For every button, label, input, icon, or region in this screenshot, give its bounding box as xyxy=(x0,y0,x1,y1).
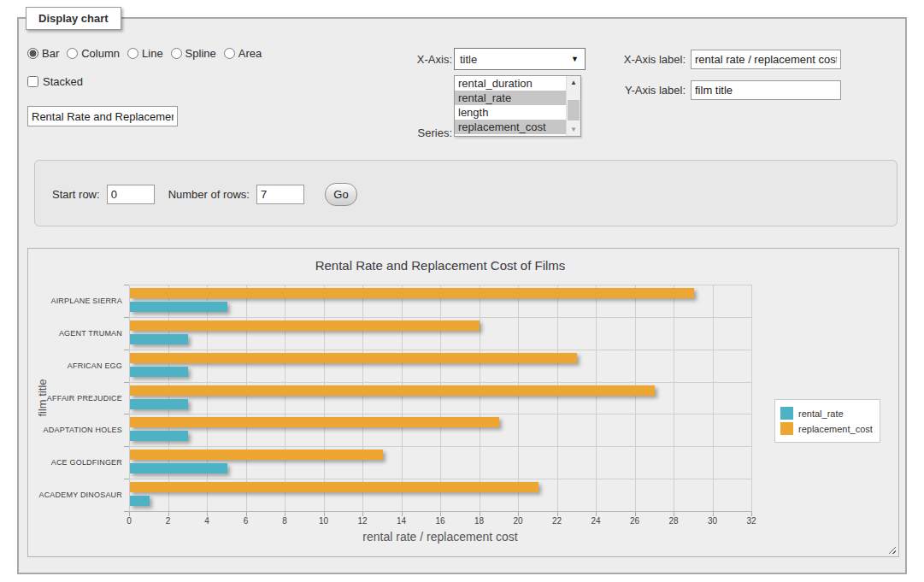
series-options: rental_durationrental_ratelengthreplacem… xyxy=(455,76,566,136)
legend-swatch-replacement_cost xyxy=(780,422,793,435)
series-option-length[interactable]: length xyxy=(455,105,566,120)
x-axis-label-label: X-Axis label: xyxy=(566,53,686,66)
x-tick-label: 30 xyxy=(700,516,726,526)
x-tick-label: 28 xyxy=(661,516,686,526)
bar-replacement_cost xyxy=(130,450,383,460)
x-gridline xyxy=(635,285,636,511)
x-gridline xyxy=(324,285,325,511)
x-axis-selected-value: title xyxy=(460,53,477,66)
x-gridline xyxy=(129,285,130,511)
x-tick-label: 12 xyxy=(350,516,375,526)
x-gridline xyxy=(674,285,674,511)
y-tick-mark xyxy=(124,479,129,479)
bar-replacement_cost xyxy=(130,385,655,396)
x-tick-label: 24 xyxy=(583,516,609,526)
x-gridline xyxy=(557,285,558,511)
y-tick-mark xyxy=(124,382,129,383)
x-tick-label: 32 xyxy=(739,516,764,526)
x-gridline xyxy=(480,285,480,511)
x-axis-title: rental rate / replacement cost xyxy=(129,530,751,544)
x-gridline xyxy=(246,285,247,511)
x-gridline xyxy=(207,285,208,511)
x-gridline xyxy=(596,285,597,511)
radio-column[interactable] xyxy=(67,48,78,59)
x-axis-label-input[interactable] xyxy=(691,50,841,69)
radio-spline[interactable] xyxy=(171,48,182,59)
x-gridline xyxy=(402,285,403,511)
y-tick-mark xyxy=(124,285,129,285)
x-tick-label: 18 xyxy=(467,516,492,526)
rows-controls: Start row: Number of rows: Go xyxy=(52,183,357,206)
chart-type-options: BarColumnLineSplineArea xyxy=(27,47,262,60)
chart-type-option-column: Column xyxy=(67,47,120,60)
category-label: ACADEMY DINOSAUR xyxy=(28,491,122,499)
stacked-label: Stacked xyxy=(43,75,83,88)
rows-panel: Start row: Number of rows: Go xyxy=(34,160,898,226)
chart-type-option-line: Line xyxy=(127,47,163,60)
chart-title-input[interactable] xyxy=(27,106,178,126)
chart-legend: rental_ratereplacement_cost xyxy=(774,399,880,443)
series-listbox[interactable]: rental_durationrental_ratelengthreplacem… xyxy=(454,75,581,137)
series-option-rental_rate[interactable]: rental_rate xyxy=(455,91,566,105)
radio-label-line: Line xyxy=(142,47,163,60)
y-tick-mark xyxy=(124,350,129,350)
x-gridline xyxy=(440,285,441,511)
legend-swatch-rental_rate xyxy=(780,407,793,420)
y-gridline xyxy=(129,317,751,318)
y-gridline xyxy=(129,479,751,479)
x-tick-label: 0 xyxy=(116,516,142,526)
bar-replacement_cost xyxy=(130,288,694,298)
start-row-input[interactable] xyxy=(107,185,155,204)
legend-item-rental_rate: rental_rate xyxy=(780,407,873,420)
y-gridline xyxy=(129,414,751,414)
series-option-rental_duration[interactable]: rental_duration xyxy=(455,76,566,91)
y-tick-mark xyxy=(124,446,129,447)
radio-bar[interactable] xyxy=(27,48,38,59)
bar-replacement_cost xyxy=(130,320,480,331)
x-tick-label: 26 xyxy=(622,516,648,526)
stacked-checkbox[interactable] xyxy=(27,76,38,87)
y-tick-mark xyxy=(124,414,129,414)
radio-label-column: Column xyxy=(81,47,120,60)
chart-type-option-area: Area xyxy=(224,47,262,60)
bar-replacement_cost xyxy=(130,353,577,363)
y-axis-label-input[interactable] xyxy=(691,80,841,100)
bar-rental_rate xyxy=(130,431,188,441)
x-gridline xyxy=(518,285,519,511)
num-rows-label: Number of rows: xyxy=(168,188,250,201)
x-gridline xyxy=(362,285,363,511)
bar-rental_rate xyxy=(130,302,227,312)
resize-handle-icon[interactable] xyxy=(886,544,896,554)
y-gridline xyxy=(129,285,751,285)
x-tick-label: 14 xyxy=(389,516,415,526)
x-tick-label: 4 xyxy=(194,516,220,526)
bar-rental_rate xyxy=(130,399,188,409)
x-tick-label: 10 xyxy=(311,516,337,526)
panel-title: Display chart xyxy=(26,7,121,30)
x-tick-label: 2 xyxy=(156,516,181,526)
display-chart-panel: Display chart BarColumnLineSplineArea St… xyxy=(17,17,907,574)
radio-area[interactable] xyxy=(224,48,235,59)
chart-type-option-spline: Spline xyxy=(171,47,216,60)
bar-rental_rate xyxy=(130,334,188,344)
stacked-option: Stacked xyxy=(27,75,83,88)
scroll-down-icon[interactable]: ▼ xyxy=(567,123,580,136)
x-tick-label: 22 xyxy=(544,516,570,526)
x-gridline xyxy=(285,285,285,511)
y-gridline xyxy=(129,446,751,447)
bar-rental_rate xyxy=(130,463,227,473)
x-gridline xyxy=(713,285,714,511)
series-option-replacement_cost[interactable]: replacement_cost xyxy=(455,120,566,134)
x-tick-label: 6 xyxy=(233,516,259,526)
go-button[interactable]: Go xyxy=(325,183,357,206)
y-tick-mark xyxy=(124,511,129,512)
scrollbar-thumb[interactable] xyxy=(568,100,580,121)
num-rows-input[interactable] xyxy=(256,185,304,204)
chart-container: Rental Rate and Replacement Cost of Film… xyxy=(27,248,899,557)
x-gridline xyxy=(751,285,752,511)
chart-plot-area xyxy=(129,285,751,511)
radio-line[interactable] xyxy=(127,48,138,59)
bar-replacement_cost xyxy=(130,482,539,492)
start-row-label: Start row: xyxy=(52,188,100,201)
legend-label: rental_rate xyxy=(798,409,844,419)
